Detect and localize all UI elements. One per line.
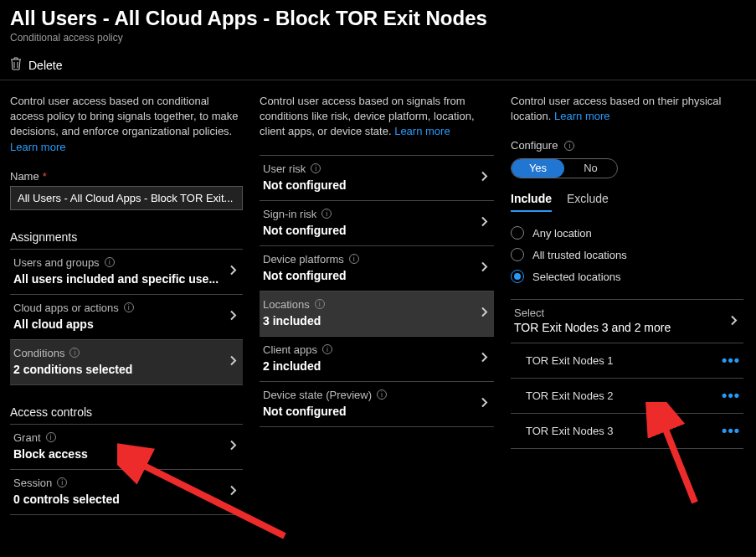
location-row[interactable]: TOR Exit Nodes 1 ••• bbox=[511, 343, 743, 379]
assignments-header: Assignments bbox=[10, 224, 243, 250]
toggle-no[interactable]: No bbox=[564, 159, 617, 178]
info-icon: i bbox=[377, 389, 387, 400]
info-icon: i bbox=[322, 344, 332, 354]
radio-any-location[interactable]: Any location bbox=[511, 222, 743, 244]
chevron-right-icon bbox=[481, 171, 489, 185]
delete-label: Delete bbox=[28, 59, 62, 72]
tab-include[interactable]: Include bbox=[511, 192, 552, 212]
col2-intro: Control user access based on signals fro… bbox=[260, 94, 494, 140]
learn-more-link[interactable]: Learn more bbox=[554, 110, 609, 122]
info-icon: i bbox=[69, 348, 80, 358]
configure-toggle[interactable]: Yes No bbox=[511, 158, 618, 178]
toggle-yes[interactable]: Yes bbox=[512, 159, 564, 178]
chevron-right-icon bbox=[229, 440, 238, 454]
delete-button[interactable]: Delete bbox=[10, 57, 62, 73]
info-icon: i bbox=[349, 254, 359, 264]
access-controls-header: Access controls bbox=[10, 399, 243, 425]
user-risk-item[interactable]: User riski Not configured bbox=[260, 156, 494, 201]
grant-item[interactable]: Granti Block access bbox=[10, 425, 243, 470]
location-row[interactable]: TOR Exit Nodes 2 ••• bbox=[511, 379, 743, 414]
users-groups-item[interactable]: Users and groupsi All users included and… bbox=[10, 250, 243, 295]
info-icon: i bbox=[105, 257, 115, 267]
session-item[interactable]: Sessioni 0 controls selected bbox=[10, 470, 243, 515]
conditions-item[interactable]: Conditionsi 2 conditions selected bbox=[10, 340, 243, 385]
more-icon[interactable]: ••• bbox=[722, 387, 740, 405]
radio-icon bbox=[511, 270, 524, 283]
name-input[interactable] bbox=[10, 186, 243, 210]
col3-intro: Control user access based on their physi… bbox=[511, 94, 743, 124]
chevron-right-icon bbox=[481, 216, 489, 230]
learn-more-link[interactable]: Learn more bbox=[10, 141, 65, 153]
info-icon: i bbox=[46, 432, 56, 442]
info-icon: i bbox=[57, 477, 67, 487]
chevron-right-icon bbox=[481, 307, 489, 321]
radio-icon bbox=[511, 226, 524, 240]
info-icon: i bbox=[321, 209, 332, 219]
select-locations[interactable]: Select TOR Exit Nodes 3 and 2 more bbox=[511, 300, 743, 343]
chevron-right-icon bbox=[730, 314, 738, 328]
page-subtitle: Conditional access policy bbox=[10, 32, 746, 44]
chevron-right-icon bbox=[229, 355, 238, 369]
locations-item[interactable]: Locationsi 3 included bbox=[260, 291, 494, 337]
chevron-right-icon bbox=[481, 397, 489, 411]
radio-selected-locations[interactable]: Selected locations bbox=[511, 266, 743, 287]
radio-trusted-locations[interactable]: All trusted locations bbox=[511, 244, 743, 266]
chevron-right-icon bbox=[229, 485, 238, 499]
learn-more-link[interactable]: Learn more bbox=[394, 125, 450, 137]
trash-icon bbox=[10, 57, 22, 73]
chevron-right-icon bbox=[229, 310, 238, 324]
more-icon[interactable]: ••• bbox=[722, 422, 740, 440]
configure-label: Configure bbox=[511, 139, 558, 152]
info-icon: i bbox=[124, 302, 134, 312]
more-icon[interactable]: ••• bbox=[722, 352, 740, 369]
info-icon: i bbox=[315, 299, 325, 309]
signin-risk-item[interactable]: Sign-in riski Not configured bbox=[260, 201, 494, 246]
client-apps-item[interactable]: Client appsi 2 included bbox=[260, 337, 494, 382]
chevron-right-icon bbox=[481, 352, 489, 366]
device-state-item[interactable]: Device state (Preview)i Not configured bbox=[260, 382, 494, 427]
chevron-right-icon bbox=[229, 265, 238, 279]
radio-icon bbox=[511, 248, 524, 261]
page-title: All Users - All Cloud Apps - Block TOR E… bbox=[10, 7, 746, 30]
chevron-right-icon bbox=[481, 261, 489, 276]
name-label: Name* bbox=[10, 170, 243, 183]
info-icon: i bbox=[311, 163, 321, 173]
tab-exclude[interactable]: Exclude bbox=[567, 192, 609, 212]
info-icon: i bbox=[564, 141, 574, 151]
col1-intro: Control user access based on conditional… bbox=[10, 94, 243, 155]
location-row[interactable]: TOR Exit Nodes 3 ••• bbox=[511, 414, 743, 449]
cloud-apps-item[interactable]: Cloud apps or actionsi All cloud apps bbox=[10, 295, 243, 340]
device-platforms-item[interactable]: Device platformsi Not configured bbox=[260, 246, 494, 291]
